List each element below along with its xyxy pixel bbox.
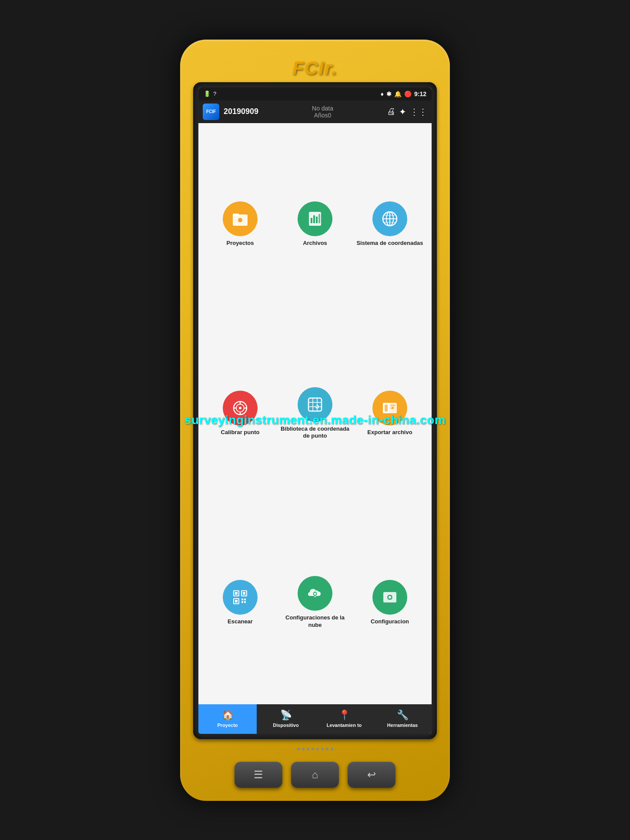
- svg-rect-5: [311, 218, 312, 223]
- svg-rect-31: [385, 405, 388, 412]
- svg-rect-43: [241, 601, 243, 603]
- nav-herramientas-label: Herramientas: [387, 723, 418, 728]
- svg-rect-38: [243, 592, 245, 595]
- svg-point-46: [314, 593, 316, 595]
- app-logo-box: FCIF: [203, 104, 219, 120]
- nav-proyecto[interactable]: 🏠 Proyecto: [198, 704, 257, 734]
- header-signal-icon[interactable]: ✦: [399, 107, 406, 117]
- bluetooth-icon: ✱: [386, 90, 392, 97]
- calibrar-icon-bg: [223, 391, 258, 425]
- proyectos-label: Proyectos: [227, 240, 254, 247]
- app-header: FCIF 20190909 No data Años0 🖨 ✦ ⋮⋮: [198, 100, 432, 123]
- biblioteca-label: Biblioteca de coordenada de punto: [280, 425, 350, 440]
- location-icon: ♦: [381, 90, 384, 97]
- speaker-dot: [331, 748, 333, 750]
- exportar-label: Exportar archivo: [367, 429, 412, 436]
- header-project-date: 20190909: [224, 107, 258, 116]
- time-display: 9:12: [414, 90, 426, 97]
- archivos-label: Archivos: [303, 240, 327, 247]
- svg-rect-44: [244, 601, 246, 603]
- nav-dispositivo-icon: 📡: [280, 709, 292, 721]
- battery-status-icon: 🔋: [204, 90, 211, 97]
- sistema-label: Sistema de coordenadas: [356, 240, 423, 247]
- proyectos-icon-bg: [223, 201, 258, 236]
- header-storage-icon[interactable]: 🖨: [387, 107, 395, 117]
- nav-herramientas[interactable]: 🔧 Herramientas: [373, 704, 432, 734]
- device-lower: ☰ ⌂ ↩: [188, 739, 442, 788]
- nav-herramientas-icon: 🔧: [397, 709, 409, 721]
- nav-levantamiento[interactable]: 📍 Levantamien to: [315, 704, 373, 734]
- speaker-dot: [297, 748, 300, 750]
- device-top: FCIr.: [188, 47, 442, 82]
- nav-proyecto-label: Proyecto: [217, 723, 238, 728]
- svg-line-51: [313, 592, 314, 592]
- config-nube-icon-bg: [298, 576, 332, 611]
- question-mark: ?: [213, 90, 216, 97]
- nav-proyecto-icon: 🏠: [222, 709, 234, 721]
- app-archivos[interactable]: Archivos: [278, 130, 352, 319]
- svg-rect-6: [313, 215, 315, 223]
- exportar-icon-bg: [372, 391, 407, 425]
- config-nube-label: Configuraciones de la nube: [280, 614, 350, 629]
- bottom-nav: 🏠 Proyecto 📡 Dispositivo 📍 Levantamien t…: [198, 704, 432, 734]
- header-middle: No data Años0: [263, 105, 382, 119]
- sistema-icon-bg: [372, 201, 407, 236]
- brand-logo: FCIr.: [292, 58, 337, 79]
- nav-levantamiento-icon: 📍: [338, 709, 350, 721]
- status-bar: 🔋 ? ♦ ✱ 🔔 🔴 9:12: [198, 87, 432, 100]
- device-body: FCIr. 🔋 ? ♦ ✱ 🔔 🔴 9:12: [180, 40, 450, 801]
- calibrar-label: Calibrar punto: [221, 429, 260, 436]
- app-calibrar-punto[interactable]: Calibrar punto: [203, 319, 278, 508]
- nav-dispositivo[interactable]: 📡 Dispositivo: [257, 704, 315, 734]
- svg-rect-36: [235, 592, 238, 595]
- svg-point-17: [239, 407, 241, 409]
- escanear-label: Escanear: [228, 618, 253, 626]
- svg-line-53: [316, 592, 317, 592]
- speaker-grille: [297, 748, 333, 750]
- speaker-dot: [307, 748, 309, 750]
- header-icons: 🖨 ✦ ⋮⋮: [387, 107, 427, 117]
- configuracion-icon-bg: [372, 580, 407, 615]
- speaker-dot: [312, 748, 314, 750]
- app-exportar[interactable]: Exportar archivo: [352, 319, 427, 508]
- speaker-dot: [321, 748, 324, 750]
- nav-levantamiento-label: Levantamien to: [327, 723, 362, 728]
- main-grid: Proyectos Archivos: [198, 123, 432, 704]
- status-left: 🔋 ?: [204, 90, 216, 97]
- header-nodata: No data: [312, 105, 333, 112]
- svg-rect-32: [390, 405, 395, 406]
- app-config-nube[interactable]: Configuraciones de la nube: [278, 508, 352, 697]
- biblioteca-icon-bg: [298, 387, 332, 422]
- speaker-dot: [316, 748, 319, 750]
- app-biblioteca[interactable]: Biblioteca de coordenada de punto: [278, 319, 352, 508]
- app-logo-text: FCIF: [206, 109, 216, 114]
- speaker-dot: [302, 748, 305, 750]
- battery-icon: 🔴: [404, 90, 412, 97]
- android-screen: 🔋 ? ♦ ✱ 🔔 🔴 9:12 FCIF 20190909 No: [198, 87, 432, 734]
- configuracion-label: Configuracion: [371, 618, 409, 626]
- sound-icon: 🔔: [394, 90, 402, 97]
- svg-rect-7: [316, 217, 318, 223]
- status-right: ♦ ✱ 🔔 🔴 9:12: [381, 90, 426, 97]
- home-button[interactable]: ⌂: [291, 762, 339, 788]
- app-escanear[interactable]: Escanear: [203, 508, 278, 697]
- back-button[interactable]: ↩: [348, 762, 395, 788]
- svg-rect-41: [241, 599, 243, 600]
- app-proyectos[interactable]: Proyectos: [203, 130, 278, 319]
- escanear-icon-bg: [223, 580, 258, 615]
- app-configuracion[interactable]: Configuracion: [352, 508, 427, 697]
- hardware-buttons: ☰ ⌂ ↩: [235, 762, 395, 788]
- archivos-icon-bg: [298, 201, 332, 236]
- svg-rect-40: [235, 600, 238, 602]
- home-button-icon: ⌂: [312, 769, 318, 781]
- menu-button[interactable]: ☰: [235, 762, 282, 788]
- app-sistema-coordenadas[interactable]: Sistema de coordenadas: [352, 130, 427, 319]
- back-button-icon: ↩: [367, 769, 376, 781]
- menu-button-icon: ☰: [254, 769, 263, 781]
- svg-rect-42: [244, 599, 246, 600]
- svg-line-52: [316, 595, 317, 596]
- speaker-dot: [326, 748, 328, 750]
- svg-point-57: [389, 596, 391, 599]
- svg-rect-8: [318, 214, 320, 223]
- header-grid-icon[interactable]: ⋮⋮: [410, 107, 427, 117]
